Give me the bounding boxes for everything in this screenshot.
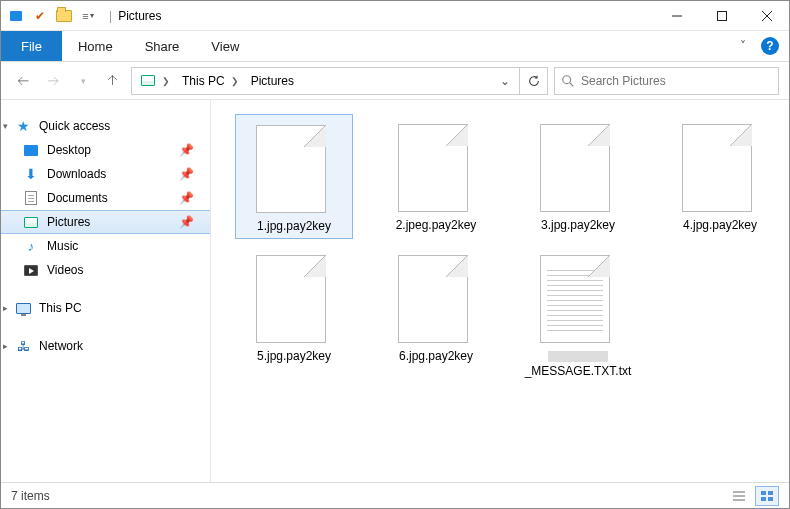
- file-name: 3.jpg.pay2key: [541, 218, 615, 233]
- view-thumbnails-button[interactable]: [755, 486, 779, 506]
- pin-icon: 📌: [179, 215, 194, 229]
- chevron-right-icon: ▸: [3, 303, 8, 313]
- file-item[interactable]: 6.jpg.pay2key: [377, 245, 495, 383]
- nav-recent-button[interactable]: ▾: [71, 69, 95, 93]
- network-icon: 🖧: [15, 338, 31, 354]
- chevron-right-icon: ❯: [229, 76, 241, 86]
- sidebar-item-music[interactable]: ♪Music: [1, 234, 210, 258]
- breadcrumb-root[interactable]: ❯: [136, 73, 176, 89]
- file-item[interactable]: _MESSAGE.TXT.txt: [519, 245, 637, 383]
- file-thumbnail: [396, 118, 476, 214]
- file-item[interactable]: 2.jpeg.pay2key: [377, 114, 495, 239]
- minimize-button[interactable]: [654, 1, 699, 31]
- search-input[interactable]: [581, 74, 772, 88]
- sidebar-item-label: Pictures: [47, 215, 90, 229]
- ribbon-expand-button[interactable]: ˅: [733, 39, 753, 53]
- pc-icon: [16, 303, 31, 314]
- chevron-down-icon: ▾: [3, 121, 8, 131]
- maximize-button[interactable]: [699, 1, 744, 31]
- pic-icon: [23, 214, 39, 230]
- file-name: 2.jpeg.pay2key: [396, 218, 477, 233]
- redacted-text: [548, 351, 608, 362]
- chevron-right-icon: ▸: [3, 341, 8, 351]
- star-icon: ★: [15, 118, 31, 134]
- file-thumbnail: [396, 249, 476, 345]
- titlebar: ✔ ≡▾ | Pictures: [1, 1, 789, 31]
- window-title: Pictures: [118, 9, 654, 23]
- sidebar-item-label: Desktop: [47, 143, 91, 157]
- sidebar-item-label: Music: [47, 239, 78, 253]
- sidebar-item-documents[interactable]: Documents📌: [1, 186, 210, 210]
- address-bar-row: 🡠 🡢 ▾ 🡡 ❯ This PC❯ Pictures ⌄: [1, 62, 789, 100]
- file-item[interactable]: 5.jpg.pay2key: [235, 245, 353, 383]
- file-thumbnail: [538, 118, 618, 214]
- sidebar-item-downloads[interactable]: ⬇Downloads📌: [1, 162, 210, 186]
- ribbon: File Home Share View ˅ ?: [1, 31, 789, 62]
- refresh-button[interactable]: [520, 67, 548, 95]
- file-thumbnail: [254, 249, 334, 345]
- nav-up-button[interactable]: 🡡: [101, 69, 125, 93]
- nav-this-pc[interactable]: ▸ This PC: [1, 296, 210, 320]
- file-item[interactable]: 3.jpg.pay2key: [519, 114, 637, 239]
- help-button[interactable]: ?: [761, 37, 779, 55]
- file-item[interactable]: 4.jpg.pay2key: [661, 114, 779, 239]
- svg-rect-11: [761, 497, 766, 501]
- file-name: 5.jpg.pay2key: [257, 349, 331, 364]
- status-count: 7 items: [11, 489, 50, 503]
- sidebar-item-desktop[interactable]: Desktop📌: [1, 138, 210, 162]
- explorer-body: ▾ ★ Quick access Desktop📌⬇Downloads📌Docu…: [1, 100, 789, 482]
- file-thumbnail: [538, 249, 618, 345]
- svg-rect-9: [761, 491, 766, 495]
- pin-icon: 📌: [179, 167, 194, 181]
- nav-forward-button[interactable]: 🡢: [41, 69, 65, 93]
- file-thumbnail: [680, 118, 760, 214]
- desk-icon: [23, 142, 39, 158]
- view-details-button[interactable]: [727, 486, 751, 506]
- file-name: 4.jpg.pay2key: [683, 218, 757, 233]
- music-icon: ♪: [23, 238, 39, 254]
- file-tab[interactable]: File: [1, 31, 62, 61]
- qat-properties-button[interactable]: [5, 5, 27, 27]
- svg-rect-10: [768, 491, 773, 495]
- file-name: 6.jpg.pay2key: [399, 349, 473, 364]
- status-bar: 7 items: [1, 482, 789, 508]
- title-separator: |: [109, 9, 112, 23]
- breadcrumb[interactable]: ❯ This PC❯ Pictures ⌄: [131, 67, 520, 95]
- svg-line-5: [570, 82, 574, 86]
- pin-icon: 📌: [179, 191, 194, 205]
- breadcrumb-this-pc[interactable]: This PC❯: [178, 74, 245, 88]
- breadcrumb-history-button[interactable]: ⌄: [493, 74, 515, 88]
- sidebar-item-label: Documents: [47, 191, 108, 205]
- down-icon: ⬇: [23, 166, 39, 182]
- sidebar-item-label: Downloads: [47, 167, 106, 181]
- file-list[interactable]: 1.jpg.pay2key2.jpeg.pay2key3.jpg.pay2key…: [211, 100, 789, 482]
- qat-dropdown-button[interactable]: ≡▾: [77, 5, 99, 27]
- search-icon: [561, 74, 575, 88]
- file-name: 1.jpg.pay2key: [257, 219, 331, 234]
- quick-access-toolbar: ✔ ≡▾: [1, 5, 103, 27]
- navigation-pane: ▾ ★ Quick access Desktop📌⬇Downloads📌Docu…: [1, 100, 211, 482]
- file-name: _MESSAGE.TXT.txt: [523, 349, 633, 379]
- sidebar-item-videos[interactable]: Videos: [1, 258, 210, 282]
- svg-point-4: [563, 75, 571, 83]
- close-button[interactable]: [744, 1, 789, 31]
- file-thumbnail: [254, 119, 334, 215]
- ribbon-tab-home[interactable]: Home: [62, 31, 129, 61]
- nav-network[interactable]: ▸ 🖧 Network: [1, 334, 210, 358]
- nav-quick-access[interactable]: ▾ ★ Quick access: [1, 114, 210, 138]
- doc-icon: [23, 190, 39, 206]
- svg-rect-12: [768, 497, 773, 501]
- sidebar-item-pictures[interactable]: Pictures📌: [1, 210, 210, 234]
- sidebar-item-label: Videos: [47, 263, 83, 277]
- search-box[interactable]: [554, 67, 779, 95]
- video-icon: [23, 262, 39, 278]
- ribbon-tab-view[interactable]: View: [195, 31, 255, 61]
- ribbon-tab-share[interactable]: Share: [129, 31, 196, 61]
- qat-check-button[interactable]: ✔: [29, 5, 51, 27]
- svg-rect-1: [717, 11, 726, 20]
- qat-folder-button[interactable]: [53, 5, 75, 27]
- breadcrumb-pictures[interactable]: Pictures: [247, 74, 298, 88]
- pin-icon: 📌: [179, 143, 194, 157]
- nav-back-button[interactable]: 🡠: [11, 69, 35, 93]
- file-item[interactable]: 1.jpg.pay2key: [235, 114, 353, 239]
